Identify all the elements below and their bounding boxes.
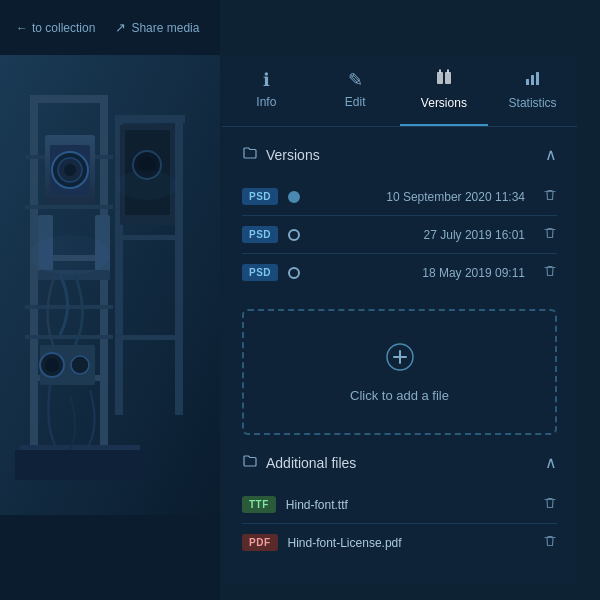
svg-rect-28 <box>115 235 183 240</box>
svg-rect-40 <box>536 72 539 85</box>
svg-point-22 <box>71 356 89 374</box>
svg-rect-25 <box>115 115 185 123</box>
versions-content: Versions ∧ PSD 10 September 2020 11:34 P… <box>222 127 577 579</box>
svg-rect-36 <box>437 72 443 84</box>
file-row-1: TTF Hind-font.ttf <box>242 486 557 524</box>
tab-versions[interactable]: Versions <box>400 55 489 126</box>
versions-section-title: Versions <box>242 145 320 164</box>
version-2-type-badge: PSD <box>242 226 278 243</box>
statistics-icon <box>524 69 542 90</box>
version-row-1: PSD 10 September 2020 11:34 <box>242 178 557 216</box>
version-1-date: 10 September 2020 11:34 <box>310 190 525 204</box>
file-1-type-badge: TTF <box>242 496 276 513</box>
tab-statistics-label: Statistics <box>509 96 557 110</box>
file-1-name: Hind-font.ttf <box>286 498 525 512</box>
svg-rect-27 <box>175 115 183 415</box>
asset-preview-image <box>0 55 220 515</box>
version-2-delete-button[interactable] <box>543 226 557 243</box>
svg-point-34 <box>30 235 110 275</box>
additional-files-collapse-button[interactable]: ∧ <box>545 455 557 471</box>
version-row-3: PSD 18 May 2019 09:11 <box>242 254 557 291</box>
tab-info[interactable]: ℹ Info <box>222 55 311 126</box>
file-2-type-badge: PDF <box>242 534 278 551</box>
back-link-label: to collection <box>32 21 95 35</box>
svg-rect-10 <box>25 335 113 339</box>
share-icon: ↗ <box>115 20 126 35</box>
svg-rect-3 <box>30 95 108 103</box>
version-1-status-dot <box>288 191 300 203</box>
file-2-delete-button[interactable] <box>543 534 557 551</box>
add-file-dropzone[interactable]: Click to add a file <box>242 309 557 435</box>
svg-point-21 <box>45 358 59 372</box>
version-3-type-badge: PSD <box>242 264 278 281</box>
file-row-2: PDF Hind-font-License.pdf <box>242 524 557 561</box>
add-file-label: Click to add a file <box>264 388 535 403</box>
version-3-delete-button[interactable] <box>543 264 557 281</box>
version-3-date: 18 May 2019 09:11 <box>310 266 525 280</box>
svg-rect-24 <box>15 450 145 480</box>
tab-edit[interactable]: ✎ Edit <box>311 55 400 126</box>
additional-files-title-text: Additional files <box>266 455 356 471</box>
versions-list: PSD 10 September 2020 11:34 PSD 27 July … <box>242 178 557 291</box>
share-media-label: Share media <box>131 21 199 35</box>
svg-rect-1 <box>30 95 38 475</box>
svg-rect-29 <box>115 335 183 340</box>
add-file-icon <box>264 341 535 380</box>
svg-rect-8 <box>25 205 113 209</box>
version-2-status-dot <box>288 229 300 241</box>
svg-rect-23 <box>20 445 140 450</box>
additional-files-title: Additional files <box>242 453 356 472</box>
version-1-delete-button[interactable] <box>543 188 557 205</box>
left-panel: ← to collection ↗ Share media <box>0 0 220 600</box>
version-row-2: PSD 27 July 2019 16:01 <box>242 216 557 254</box>
back-to-collection-link[interactable]: ← to collection <box>16 21 95 35</box>
versions-icon <box>435 69 453 90</box>
versions-title-text: Versions <box>266 147 320 163</box>
right-panel: ℹ Info ✎ Edit Versions <box>222 55 577 585</box>
version-3-status-dot <box>288 267 300 279</box>
versions-section-header: Versions ∧ <box>242 145 557 164</box>
top-bar: ← to collection ↗ Share media <box>0 0 220 55</box>
svg-rect-37 <box>445 72 451 84</box>
version-1-type-badge: PSD <box>242 188 278 205</box>
version-2-date: 27 July 2019 16:01 <box>310 228 525 242</box>
versions-collapse-button[interactable]: ∧ <box>545 147 557 163</box>
tab-edit-label: Edit <box>345 95 366 109</box>
file-2-name: Hind-font-License.pdf <box>288 536 526 550</box>
svg-point-15 <box>64 164 76 176</box>
tab-bar: ℹ Info ✎ Edit Versions <box>222 55 577 127</box>
info-icon: ℹ <box>263 71 270 89</box>
back-arrow-icon: ← <box>16 21 28 35</box>
file-1-delete-button[interactable] <box>543 496 557 513</box>
svg-point-35 <box>117 170 177 200</box>
tab-statistics[interactable]: Statistics <box>488 55 577 126</box>
tab-versions-label: Versions <box>421 96 467 110</box>
svg-rect-2 <box>100 95 108 475</box>
svg-rect-38 <box>526 79 529 85</box>
edit-icon: ✎ <box>348 71 363 89</box>
versions-folder-icon <box>242 145 258 164</box>
additional-files-list: TTF Hind-font.ttf PDF Hind-font-License.… <box>242 486 557 561</box>
tab-info-label: Info <box>256 95 276 109</box>
additional-files-section-header: Additional files ∧ <box>242 453 557 472</box>
svg-rect-39 <box>531 75 534 85</box>
share-media-link[interactable]: ↗ Share media <box>115 20 199 35</box>
additional-files-folder-icon <box>242 453 258 472</box>
